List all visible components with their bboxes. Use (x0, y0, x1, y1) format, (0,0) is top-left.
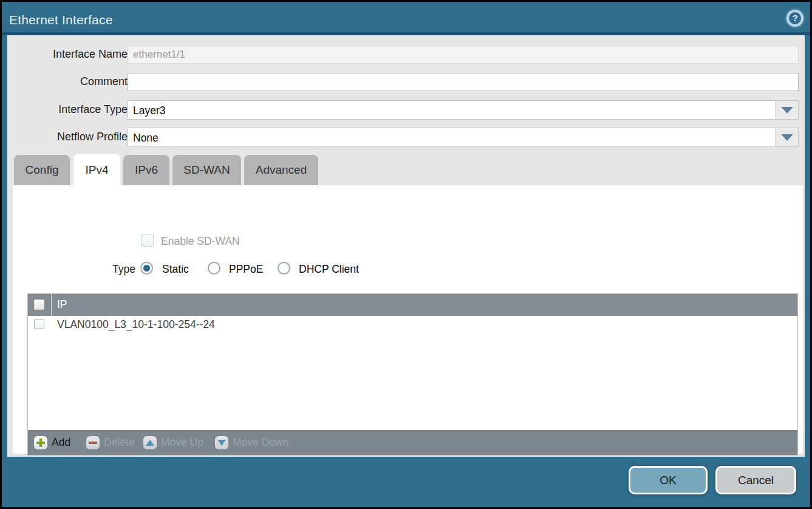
move-up-button: Move Up (143, 436, 203, 449)
move-down-button: Move Down (215, 436, 288, 449)
column-separator (51, 294, 52, 316)
tab-ipv4[interactable]: IPv4 (73, 154, 120, 186)
interface-type-value: Layer3 (128, 101, 775, 119)
arrow-up-icon (143, 436, 157, 449)
ip-address-cell[interactable]: VLAN0100_L3_10-1-100-254--24 (57, 318, 215, 331)
ok-button[interactable]: OK (629, 466, 708, 494)
radio-pppoe-label[interactable]: PPPoE (229, 263, 263, 276)
table-toolbar: Add Delete Move Up Move Down (28, 430, 797, 455)
enable-sdwan-checkbox (141, 234, 154, 247)
dialog-content: Interface Name Comment Interface Type La… (7, 35, 805, 457)
ip-column-header: IP (57, 298, 67, 311)
delete-button-label: Delete (104, 436, 135, 449)
ip-table-header: IP (28, 294, 797, 316)
tab-ipv6[interactable]: IPv6 (123, 155, 169, 185)
titlebar: Ethernet Interface ? (2, 2, 810, 32)
comment-label: Comment (12, 75, 128, 88)
dialog-frame: Ethernet Interface ? Interface Name Comm… (2, 2, 810, 507)
ethernet-interface-dialog: Ethernet Interface ? Interface Name Comm… (0, 0, 812, 509)
row-checkbox[interactable] (34, 319, 44, 329)
tab-advanced[interactable]: Advanced (244, 155, 318, 185)
tab-sd-wan[interactable]: SD-WAN (172, 155, 241, 185)
enable-sdwan-label: Enable SD-WAN (161, 235, 240, 248)
comment-input[interactable] (128, 73, 799, 91)
add-button[interactable]: Add (34, 436, 70, 449)
table-row[interactable]: VLAN0100_L3_10-1-100-254--24 (28, 316, 797, 334)
radio-dhcp-client[interactable] (278, 262, 290, 275)
netflow-profile-label: Netflow Profile (12, 131, 128, 143)
ip-table: IP VLAN0100_L3_10-1-100-254--24 Add (27, 293, 798, 456)
radio-dhcp-client-label[interactable]: DHCP Client (299, 263, 359, 276)
interface-type-dropdown-button[interactable] (775, 101, 798, 119)
cancel-button[interactable]: Cancel (715, 466, 796, 494)
move-down-button-label: Move Down (233, 436, 288, 449)
ipv4-panel: Enable SD-WAN Type Static PPPoE DHCP Cli… (13, 185, 803, 454)
radio-pppoe[interactable] (208, 262, 220, 275)
netflow-profile-value: None (128, 128, 775, 146)
delete-button: Delete (86, 436, 135, 449)
select-all-checkbox[interactable] (34, 299, 44, 310)
arrow-down-icon (215, 436, 228, 449)
interface-type-dropdown[interactable]: Layer3 (128, 100, 799, 120)
netflow-profile-dropdown[interactable]: None (128, 128, 799, 147)
dialog-title: Ethernet Interface (9, 13, 113, 27)
plus-icon (34, 436, 47, 449)
move-up-button-label: Move Up (161, 436, 203, 449)
interface-name-input (128, 46, 799, 64)
chevron-down-icon (781, 107, 793, 114)
netflow-profile-dropdown-button[interactable] (775, 128, 798, 146)
help-icon[interactable]: ? (786, 10, 803, 27)
chevron-down-icon (781, 134, 793, 141)
add-button-label: Add (52, 436, 70, 449)
radio-static-label[interactable]: Static (162, 263, 189, 276)
interface-name-label: Interface Name (12, 48, 128, 61)
type-label: Type (75, 263, 135, 276)
interface-type-label: Interface Type (12, 103, 128, 116)
minus-icon (86, 436, 100, 449)
radio-static[interactable] (140, 262, 153, 275)
tab-config[interactable]: Config (14, 155, 70, 185)
